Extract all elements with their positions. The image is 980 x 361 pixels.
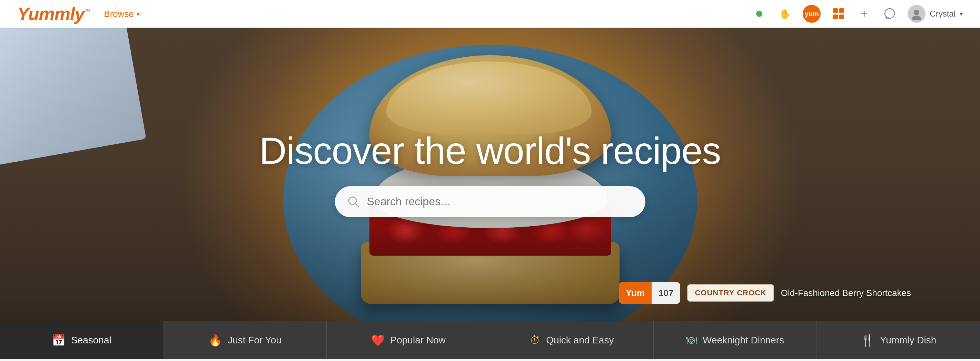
header-left: Yummly™ Browse ▾ <box>17 5 140 23</box>
heart-icon: ❤️ <box>371 334 385 347</box>
hand-icon[interactable]: ✋ <box>777 6 792 21</box>
svg-point-2 <box>912 16 921 21</box>
svg-point-1 <box>914 10 919 15</box>
username-label: Crystal <box>930 9 956 19</box>
dish-icon: 🍴 <box>861 334 875 347</box>
yum-button[interactable]: yum <box>803 5 821 23</box>
tab-seasonal-label: Seasonal <box>71 335 111 346</box>
tab-yummly-dish[interactable]: 🍴 Yummly Dish <box>817 321 980 359</box>
header: Yummly™ Browse ▾ ✋ yum + <box>0 0 980 28</box>
search-icon <box>347 195 360 208</box>
yum-badge-label: Yum <box>619 288 652 299</box>
search-input[interactable] <box>367 195 633 208</box>
hero-content: Discover the world's recipes <box>0 28 980 318</box>
logo[interactable]: Yummly™ <box>17 5 90 23</box>
tab-yummly-dish-label: Yummly Dish <box>880 335 936 346</box>
brand-logo: COUNTRY CROCK <box>687 284 774 302</box>
tab-popular-now-label: Popular Now <box>390 335 445 346</box>
clock-icon: ⏱ <box>530 334 541 347</box>
user-caret-icon: ▾ <box>960 10 963 18</box>
tab-popular-now[interactable]: ❤️ Popular Now <box>327 321 490 359</box>
tab-just-for-you-label: Just For You <box>228 335 282 346</box>
browse-caret-icon: ▾ <box>137 10 140 18</box>
avatar <box>908 5 926 23</box>
tab-weeknight-dinners-label: Weeknight Dinners <box>703 335 784 346</box>
yum-badge[interactable]: Yum 107 <box>619 282 680 304</box>
tab-seasonal[interactable]: 📅 Seasonal <box>0 321 164 359</box>
user-menu-button[interactable]: Crystal ▾ <box>908 5 963 23</box>
tab-weeknight-dinners[interactable]: 🍽 Weeknight Dinners <box>654 321 817 359</box>
status-dot[interactable] <box>752 6 767 21</box>
grid-icon[interactable] <box>831 6 846 21</box>
browse-label: Browse <box>104 9 134 19</box>
yum-badge-count: 107 <box>652 282 680 304</box>
calendar-icon: 📅 <box>52 334 65 347</box>
tab-just-for-you[interactable]: 🔥 Just For You <box>164 321 327 359</box>
tab-quick-and-easy-label: Quick and Easy <box>546 335 614 346</box>
header-right: ✋ yum + Crystal ▾ <box>752 5 963 23</box>
browse-button[interactable]: Browse ▾ <box>104 9 140 19</box>
yum-badge-container: Yum 107 COUNTRY CROCK Old-Fashioned Berr… <box>619 282 911 304</box>
hero-title: Discover the world's recipes <box>259 128 721 173</box>
bottom-nav: 📅 Seasonal 🔥 Just For You ❤️ Popular Now… <box>0 321 980 359</box>
fork-icon: 🍽 <box>686 334 697 347</box>
online-indicator <box>756 11 762 17</box>
apps-grid-icon <box>833 8 844 19</box>
flame-icon: 🔥 <box>208 334 222 347</box>
hero-section: Discover the world's recipes Yum 107 COU… <box>0 28 980 359</box>
search-bar[interactable] <box>335 186 645 217</box>
logo-text: Yummly <box>17 4 84 24</box>
recipe-name: Old-Fashioned Berry Shortcakes <box>781 288 911 299</box>
svg-line-4 <box>355 203 359 207</box>
chat-icon[interactable] <box>882 6 897 21</box>
add-button[interactable]: + <box>856 6 872 21</box>
tab-quick-and-easy[interactable]: ⏱ Quick and Easy <box>490 321 654 359</box>
